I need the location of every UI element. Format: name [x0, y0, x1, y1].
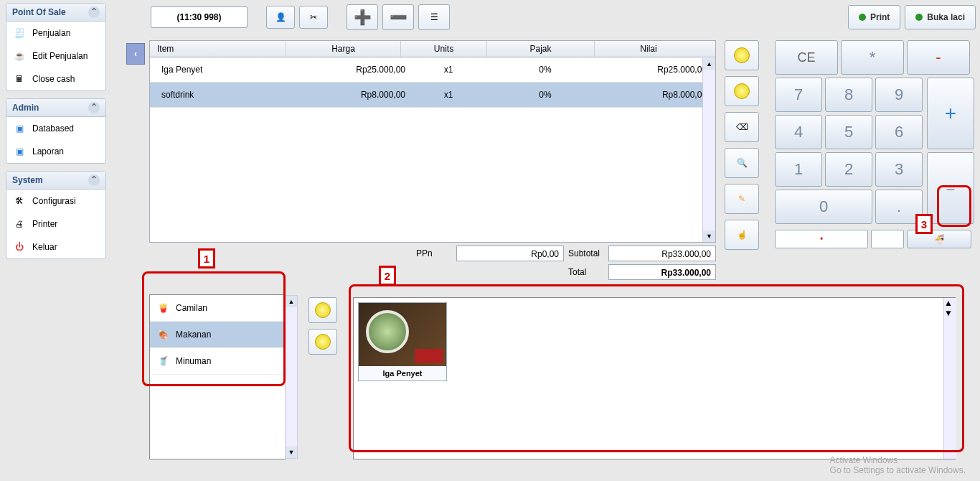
- person-icon: 👤: [275, 12, 286, 22]
- key-4[interactable]: 4: [775, 115, 822, 149]
- yellow-circle-icon: [734, 83, 750, 99]
- nav-label: Laporan: [32, 146, 64, 157]
- chevron-up-icon: ⌃: [88, 174, 100, 186]
- report-icon: ▣: [12, 144, 27, 159]
- category-down-button[interactable]: [308, 329, 337, 355]
- category-scrollbar[interactable]: ▲ ▼: [285, 295, 298, 459]
- category-item-camilan[interactable]: 🍟 Camilan: [150, 295, 285, 322]
- key-ce[interactable]: CE: [775, 40, 838, 75]
- nav-configurasi[interactable]: 🛠 Configurasi: [6, 190, 105, 213]
- split-button[interactable]: ✂: [299, 6, 328, 29]
- cell-item: Iga Penyet: [154, 65, 291, 75]
- nav-penjualan[interactable]: 🧾 Penjualan: [6, 22, 105, 45]
- snack-icon: 🍟: [154, 299, 171, 317]
- nav-label: Configurasi: [32, 196, 76, 206]
- down-item-button[interactable]: [725, 76, 759, 106]
- scroll-up-icon[interactable]: ▲: [286, 296, 297, 307]
- cell-item: softdrink: [154, 90, 291, 100]
- nav-label: Printer: [32, 219, 57, 229]
- barcode-input[interactable]: •: [775, 230, 868, 248]
- product-scrollbar[interactable]: ▲ ▼: [943, 298, 956, 459]
- col-pajak: Pajak: [487, 41, 595, 57]
- calculator-icon: 🖩: [12, 72, 27, 86]
- category-up-button[interactable]: [308, 297, 337, 323]
- food-icon: 🍖: [154, 326, 171, 343]
- nav-laporan[interactable]: ▣ Laporan: [6, 140, 105, 163]
- nav-label: Close cash: [32, 74, 75, 84]
- product-label: Iga Penyet: [359, 366, 446, 380]
- bowl-icon: 🍜: [934, 234, 945, 244]
- nav-databased[interactable]: ▣ Databased: [6, 117, 105, 140]
- key-plus[interactable]: +: [927, 78, 974, 149]
- totals-area: PPn Rp0,00 Subtotal Rp33.000,00 Total Rp…: [293, 246, 716, 283]
- key-1[interactable]: 1: [775, 152, 822, 187]
- plus-circle-icon: ➕: [354, 9, 372, 26]
- grid-row[interactable]: softdrink Rp8.000,00 x1 0% Rp8.000,00: [150, 83, 715, 108]
- windows-watermark: Activate Windows Go to Settings to activ…: [830, 455, 966, 475]
- nav-edit-penjualan[interactable]: ☕ Edit Penjualan: [6, 45, 105, 67]
- total-label: Total: [568, 267, 604, 277]
- panel-system: System ⌃ 🛠 Configurasi 🖨 Printer ⏻ Kelua…: [6, 171, 106, 259]
- category-item-makanan[interactable]: 🍖 Makanan: [150, 322, 285, 348]
- cell-harga: Rp8.000,00: [291, 90, 405, 100]
- qty-input[interactable]: [871, 230, 904, 248]
- key-equals[interactable]: =: [927, 152, 974, 224]
- print-button[interactable]: Print: [848, 5, 900, 29]
- cell-pajak: 0%: [491, 65, 599, 75]
- yellow-circle-icon: [734, 47, 750, 63]
- customer-button[interactable]: 👤: [266, 6, 295, 29]
- database-icon: ▣: [12, 121, 27, 136]
- scroll-down-icon[interactable]: ▼: [944, 308, 956, 318]
- tools-icon: 🛠: [12, 194, 27, 208]
- nav-close-cash[interactable]: 🖩 Close cash: [6, 67, 105, 90]
- open-drawer-button[interactable]: Buka laci: [905, 5, 976, 29]
- collapse-sidebar-button[interactable]: ‹: [126, 43, 145, 65]
- up-item-button[interactable]: [725, 40, 759, 70]
- key-5[interactable]: 5: [825, 115, 872, 149]
- add-button[interactable]: ➕: [347, 4, 378, 30]
- key-9[interactable]: 9: [875, 78, 923, 112]
- subtotal-value: Rp33.000,00: [608, 246, 716, 261]
- cell-units: x1: [405, 90, 491, 100]
- product-card-iga-penyet[interactable]: Iga Penyet: [358, 302, 447, 381]
- scroll-up-icon[interactable]: ▲: [703, 58, 715, 70]
- delete-item-button[interactable]: ⌫: [725, 112, 759, 142]
- key-asterisk[interactable]: *: [841, 40, 904, 75]
- total-value: Rp33.000,00: [608, 264, 716, 280]
- grid-scrollbar[interactable]: ▲ ▼: [702, 58, 715, 242]
- scroll-down-icon[interactable]: ▼: [703, 230, 715, 242]
- category-item-minuman[interactable]: 🥤 Minuman: [150, 348, 285, 375]
- cell-nilai: Rp25.000,00: [599, 65, 707, 75]
- key-2[interactable]: 2: [825, 152, 872, 187]
- list-icon: ☰: [430, 12, 438, 22]
- scroll-down-icon[interactable]: ▼: [286, 447, 297, 458]
- print-label: Print: [870, 12, 890, 22]
- col-harga: Harga: [286, 41, 401, 57]
- key-minus[interactable]: -: [907, 40, 970, 75]
- list-button[interactable]: ☰: [418, 4, 450, 30]
- key-0[interactable]: 0: [775, 190, 872, 224]
- category-label: Makanan: [176, 330, 211, 340]
- panel-pos-header[interactable]: Point Of Sale ⌃: [6, 4, 105, 22]
- hand-point-icon: ☝: [737, 230, 748, 240]
- annotation-label-1: 1: [198, 248, 215, 268]
- edit-item-button[interactable]: ✎: [725, 184, 759, 214]
- nav-keluar[interactable]: ⏻ Keluar: [6, 235, 105, 258]
- key-7[interactable]: 7: [775, 78, 822, 112]
- ppn-value: Rp0,00: [456, 246, 564, 261]
- attributes-button[interactable]: ☝: [725, 220, 759, 250]
- annotation-label-3: 3: [915, 214, 933, 234]
- annotation-label-2: 2: [379, 266, 396, 286]
- transaction-display: (11:30 998): [151, 6, 248, 28]
- key-6[interactable]: 6: [875, 115, 923, 149]
- key-3[interactable]: 3: [875, 152, 923, 187]
- panel-pos: Point Of Sale ⌃ 🧾 Penjualan ☕ Edit Penju…: [6, 3, 106, 91]
- scroll-up-icon[interactable]: ▲: [944, 298, 956, 308]
- panel-admin-header[interactable]: Admin ⌃: [6, 99, 105, 117]
- key-8[interactable]: 8: [825, 78, 872, 112]
- nav-printer[interactable]: 🖨 Printer: [6, 213, 105, 235]
- search-item-button[interactable]: 🔍: [725, 148, 759, 178]
- remove-button[interactable]: ➖: [382, 4, 414, 30]
- panel-system-header[interactable]: System ⌃: [6, 172, 105, 190]
- grid-row[interactable]: Iga Penyet Rp25.000,00 x1 0% Rp25.000,00: [150, 57, 715, 83]
